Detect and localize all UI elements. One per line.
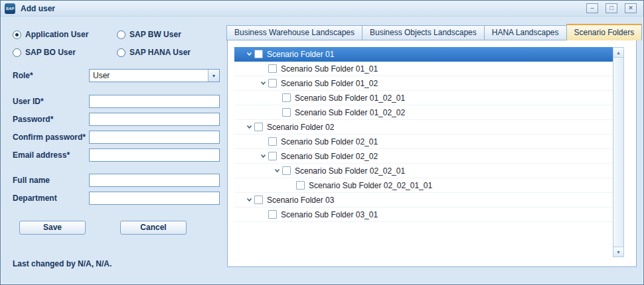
radio-icon[interactable] (13, 30, 21, 39)
folder-checkbox[interactable] (268, 210, 277, 219)
tab-hana-landscapes[interactable]: HANA Landscapes (484, 25, 567, 40)
tree-item-label: Scenario Sub Folder 01_02_01 (295, 93, 405, 103)
full-name-row: Full name (13, 174, 226, 187)
tree-item[interactable]: Scenario Folder 02 (234, 120, 613, 135)
tree-item[interactable]: Scenario Sub Folder 01_02 (234, 76, 613, 91)
password-input[interactable] (89, 113, 220, 126)
tree-item-label: Scenario Sub Folder 02_02 (281, 152, 378, 161)
tree-item-label: Scenario Folder 01 (267, 50, 334, 59)
tree-item[interactable]: Scenario Sub Folder 02_02_01_01 (234, 178, 613, 193)
radio-label: Application User (25, 30, 88, 39)
tree-item-label: Scenario Sub Folder 01_02_02 (295, 108, 405, 117)
button-row: Save Cancel (13, 221, 226, 235)
user-type-group: Application UserSAP BW UserSAP BO UserSA… (13, 30, 226, 57)
tree-item-label: Scenario Sub Folder 03_01 (281, 210, 378, 219)
confirm-password-input[interactable] (89, 131, 220, 144)
tree-item[interactable]: Scenario Sub Folder 01_01 (234, 62, 613, 76)
user-type-radio-application-user[interactable]: Application User (13, 30, 117, 39)
save-button[interactable]: Save (19, 221, 86, 235)
email-row: Email address* (13, 148, 226, 162)
user-type-radio-sap-hana-user[interactable]: SAP HANA User (117, 48, 226, 57)
fields-group: User ID* Password* Confirm password* Ema… (13, 95, 226, 205)
chevron-down-icon[interactable] (258, 80, 268, 87)
chevron-down-icon[interactable] (244, 196, 254, 203)
tab-business-objects-landscapes[interactable]: Business Objects Landscapes (362, 25, 485, 40)
add-user-window: SAP Add user – □ ✕ Application UserSAP B… (0, 0, 644, 285)
email-input[interactable] (89, 148, 220, 162)
confirm-password-label: Confirm password* (13, 133, 89, 142)
user-form-panel: Application UserSAP BW UserSAP BO UserSA… (1, 17, 226, 284)
tree-item-label: Scenario Sub Folder 01_01 (281, 64, 378, 74)
user-id-input[interactable] (89, 95, 220, 108)
confirm-password-row: Confirm password* (13, 131, 226, 144)
user-id-label: User ID* (13, 97, 89, 106)
folder-checkbox[interactable] (282, 166, 291, 175)
chevron-down-icon[interactable] (272, 167, 282, 174)
user-type-radio-sap-bw-user[interactable]: SAP BW User (117, 30, 226, 39)
close-button[interactable]: ✕ (625, 3, 637, 13)
titlebar: SAP Add user – □ ✕ (1, 1, 643, 17)
full-name-label: Full name (13, 176, 89, 185)
folder-checkbox[interactable] (254, 196, 263, 204)
chevron-down-icon[interactable] (244, 50, 254, 58)
tree-item-label: Scenario Folder 02 (267, 123, 334, 132)
tree-item-label: Scenario Folder 03 (267, 196, 334, 205)
folder-checkbox[interactable] (268, 79, 277, 87)
radio-label: SAP BW User (129, 30, 181, 39)
scrollbar-thumb[interactable] (613, 58, 623, 246)
radio-icon[interactable] (117, 48, 125, 57)
tree-item[interactable]: Scenario Sub Folder 02_02 (234, 149, 613, 164)
scroll-down-icon[interactable]: ▼ (613, 247, 623, 256)
tree-item[interactable]: Scenario Folder 03 (234, 193, 613, 207)
user-id-row: User ID* (13, 95, 226, 108)
folder-checkbox[interactable] (268, 64, 277, 73)
radio-icon[interactable] (117, 30, 125, 39)
chevron-down-icon[interactable]: ▾ (208, 70, 219, 82)
folder-checkbox[interactable] (254, 50, 263, 58)
window-title: Add user (21, 4, 586, 13)
tree-item-label: Scenario Sub Folder 02_01 (281, 137, 378, 146)
window-controls: – □ ✕ (586, 3, 637, 13)
tree-rows: Scenario Folder 01Scenario Sub Folder 01… (234, 47, 613, 222)
tab-business-warehouse-landscapes[interactable]: Business Warehouse Landscapes (226, 25, 362, 40)
tab-scenario-folders[interactable]: Scenario Folders (566, 24, 643, 40)
tree-item[interactable]: Scenario Sub Folder 02_02_01 (234, 164, 613, 178)
app-icon: SAP (5, 3, 15, 14)
radio-label: SAP HANA User (129, 48, 191, 57)
role-select[interactable]: User ▾ (89, 69, 220, 82)
full-name-input[interactable] (89, 174, 220, 187)
role-selected-value: User (90, 70, 208, 82)
user-type-radio-sap-bo-user[interactable]: SAP BO User (13, 48, 117, 57)
minimize-button[interactable]: – (586, 3, 598, 13)
folder-checkbox[interactable] (282, 93, 291, 102)
radio-icon[interactable] (13, 48, 21, 57)
email-label: Email address* (13, 150, 89, 160)
tree-item-label: Scenario Sub Folder 01_02 (281, 79, 378, 88)
tree-item-label: Scenario Sub Folder 02_02_01_01 (309, 181, 432, 190)
tree-item[interactable]: Scenario Sub Folder 02_01 (234, 135, 613, 149)
tree-item[interactable]: Scenario Sub Folder 01_02_02 (234, 105, 613, 120)
department-input[interactable] (89, 192, 220, 205)
role-row: Role* User ▾ (13, 69, 226, 82)
chevron-down-icon[interactable] (244, 123, 254, 131)
tab-strip: Business Warehouse LandscapesBusiness Ob… (226, 25, 641, 40)
tree-item-label: Scenario Sub Folder 02_02_01 (295, 166, 405, 176)
folder-checkbox[interactable] (268, 152, 277, 160)
tree-item[interactable]: Scenario Sub Folder 03_01 (234, 207, 613, 222)
tree-item[interactable]: Scenario Sub Folder 01_02_01 (234, 91, 613, 105)
password-label: Password* (13, 115, 89, 124)
cancel-button[interactable]: Cancel (120, 221, 187, 235)
scroll-up-icon[interactable]: ▲ (613, 48, 623, 58)
tree-item[interactable]: Scenario Folder 01 (234, 47, 613, 62)
password-row: Password* (13, 113, 226, 126)
department-label: Department (13, 194, 89, 203)
folder-checkbox[interactable] (296, 181, 305, 190)
folder-checkbox[interactable] (282, 108, 291, 117)
department-row: Department (13, 192, 226, 205)
radio-label: SAP BO User (25, 48, 76, 57)
vertical-scrollbar[interactable]: ▲ ▼ (613, 47, 624, 257)
chevron-down-icon[interactable] (258, 152, 268, 160)
folder-checkbox[interactable] (268, 137, 277, 146)
maximize-button[interactable]: □ (605, 3, 617, 13)
folder-checkbox[interactable] (254, 123, 263, 131)
